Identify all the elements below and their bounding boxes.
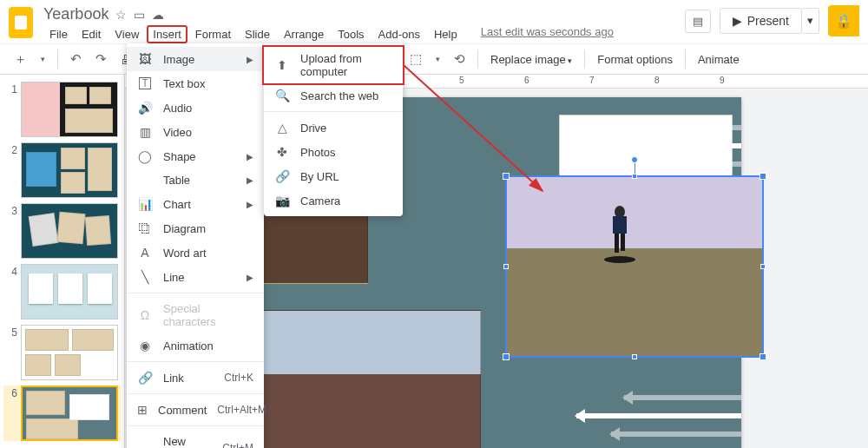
resize-handle-se[interactable] [760, 353, 766, 360]
present-label: Present [747, 14, 789, 28]
move-folder-icon[interactable]: ▭ [134, 8, 145, 22]
menu-item-new-slide[interactable]: New slideCtrl+M [127, 430, 264, 448]
redo-button[interactable]: ↷ [90, 48, 112, 70]
separator [57, 49, 58, 69]
upload-icon: ⬆ [274, 58, 290, 72]
last-edit-link[interactable]: Last edit was seconds ago [481, 25, 614, 43]
new-slide-button[interactable]: ＋ [9, 48, 32, 71]
menu-item-video[interactable]: ▥Video [127, 120, 264, 144]
camera-icon: 📷 [274, 194, 290, 208]
slide-thumbnail[interactable] [21, 325, 118, 380]
cloud-status-icon: ☁ [152, 8, 164, 22]
label: Word art [163, 247, 253, 260]
separator [685, 49, 686, 69]
resize-handle-sw[interactable] [503, 353, 510, 360]
slide-thumbnail[interactable] [21, 203, 118, 259]
resize-handle-s[interactable] [632, 354, 637, 359]
thumb-number: 2 [3, 142, 17, 156]
slide-thumbnail[interactable] [21, 385, 118, 441]
menu-item-shape[interactable]: ◯Shape▶ [127, 144, 264, 168]
menu-arrange[interactable]: Arrange [278, 25, 330, 43]
format-options-button[interactable]: Format options [592, 49, 678, 69]
menu-item-link[interactable]: 🔗LinkCtrl+K [127, 366, 264, 390]
image-icon: 🖼 [137, 52, 153, 66]
image-content [602, 203, 637, 273]
menu-item-textbox[interactable]: 🅃Text box [127, 71, 264, 96]
comments-button[interactable]: ▤ [685, 10, 711, 33]
resize-handle-w[interactable] [503, 264, 509, 269]
link-icon: 🔗 [137, 371, 153, 385]
menu-item-audio[interactable]: 🔊Audio [127, 96, 264, 120]
textbox-icon: 🅃 [137, 76, 153, 90]
present-dropdown[interactable]: ▾ [802, 8, 819, 34]
menu-tools[interactable]: Tools [332, 25, 370, 43]
share-lock-button[interactable]: 🔒 [828, 5, 859, 36]
menu-item-animation[interactable]: ◉Animation [127, 333, 264, 358]
submenu-arrow-icon: ▶ [247, 200, 253, 209]
arrow-shape[interactable] [624, 395, 741, 400]
menu-item-wordart[interactable]: AWord art [127, 240, 264, 265]
replace-image-dropdown[interactable]: Replace image [485, 49, 577, 69]
submenu-drive[interactable]: △Drive [264, 115, 403, 140]
line-icon: ╲ [137, 270, 153, 284]
rotate-handle[interactable] [631, 156, 638, 163]
menu-slide[interactable]: Slide [239, 25, 276, 43]
undo-button[interactable]: ↶ [65, 48, 87, 70]
menu-insert[interactable]: Insert [147, 25, 187, 43]
separator [584, 49, 585, 69]
selected-image[interactable] [505, 175, 764, 358]
present-button[interactable]: ▶Present [720, 8, 802, 34]
mask-dropdown[interactable]: ▾ [431, 51, 445, 67]
arrow-shape[interactable] [628, 125, 741, 130]
slides-logo[interactable] [9, 7, 33, 38]
crop-button[interactable]: ⬚ [404, 48, 427, 70]
menu-file[interactable]: File [43, 25, 74, 43]
separator [127, 425, 264, 426]
svg-point-4 [604, 256, 635, 263]
star-icon[interactable]: ☆ [115, 8, 127, 22]
arrow-shape[interactable] [576, 413, 741, 418]
menu-item-chart[interactable]: 📊Chart▶ [127, 192, 264, 216]
submenu-photos[interactable]: ✤Photos [264, 140, 403, 164]
resize-handle-nw[interactable] [503, 173, 510, 180]
separator [264, 111, 403, 112]
comment-icon: ⊞ [137, 403, 148, 417]
menu-item-diagram[interactable]: ⿻Diagram [127, 216, 264, 240]
menu-item-line[interactable]: ╲Line▶ [127, 265, 264, 289]
submenu-upload-computer[interactable]: ⬆Upload from computer [264, 47, 403, 83]
arrow-shape[interactable] [611, 161, 741, 167]
search-icon: 🔍 [274, 89, 290, 102]
audio-icon: 🔊 [137, 101, 153, 115]
present-icon: ▶ [733, 14, 742, 28]
label: Link [163, 372, 214, 385]
submenu-by-url[interactable]: 🔗By URL [264, 164, 403, 188]
svg-point-0 [615, 206, 625, 218]
resize-handle-ne[interactable] [760, 173, 766, 180]
label: Text box [163, 77, 253, 90]
label: Drive [300, 122, 392, 135]
submenu-camera[interactable]: 📷Camera [264, 188, 403, 213]
menu-addons[interactable]: Add-ons [372, 25, 426, 43]
thumb-number: 1 [3, 82, 17, 96]
menu-item-table[interactable]: Table▶ [127, 168, 264, 192]
arrow-shape[interactable] [598, 143, 741, 148]
menu-format[interactable]: Format [189, 25, 237, 43]
menu-edit[interactable]: Edit [76, 25, 107, 43]
label: Upload from computer [300, 52, 392, 78]
slide-thumbnail[interactable] [21, 82, 118, 137]
slide-thumbnail[interactable] [21, 142, 118, 198]
animate-button[interactable]: Animate [693, 49, 745, 69]
arrow-shape[interactable] [611, 432, 741, 437]
slide-thumbnail[interactable] [21, 264, 118, 320]
new-slide-dropdown[interactable]: ▾ [36, 51, 50, 67]
ruler-tick: 8 [654, 76, 660, 85]
menu-item-image[interactable]: 🖼Image▶ [127, 47, 264, 71]
menu-help[interactable]: Help [428, 25, 464, 43]
document-title[interactable]: Yearbook [43, 5, 108, 23]
submenu-search-web[interactable]: 🔍Search the web [264, 83, 403, 108]
resize-handle-n[interactable] [632, 174, 637, 179]
menu-item-comment[interactable]: ⊞CommentCtrl+Alt+M [127, 398, 264, 422]
menu-view[interactable]: View [108, 25, 145, 43]
reset-image-button[interactable]: ⟲ [449, 48, 470, 70]
resize-handle-e[interactable] [760, 264, 766, 269]
